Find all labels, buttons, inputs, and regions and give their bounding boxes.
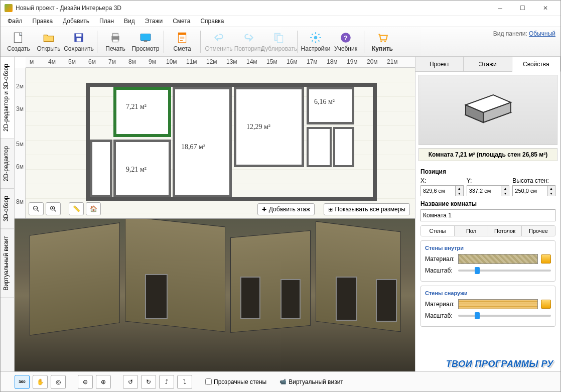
subtab-other[interactable]: Прочее: [522, 226, 555, 236]
subtab-walls[interactable]: Стены: [421, 226, 455, 236]
toolbar: Создать Открыть Сохранить Печать Просмот…: [1, 27, 560, 57]
menu-edit[interactable]: Правка: [29, 17, 57, 26]
estimate-button[interactable]: Смета: [167, 28, 197, 55]
rot-left-button[interactable]: ↺: [123, 375, 138, 389]
measure-button[interactable]: 📏: [69, 202, 84, 215]
duplicate-button[interactable]: Дублировать: [264, 28, 294, 55]
right-panel: Проект Этажи Свойства Комната 7,21 м² (п…: [415, 57, 560, 371]
svg-rect-6: [113, 39, 118, 42]
inside-scale-slider[interactable]: [458, 270, 551, 272]
tab-project[interactable]: Проект: [415, 57, 464, 71]
menu-view[interactable]: Вид: [120, 17, 139, 26]
preview-button[interactable]: Просмотр: [130, 28, 161, 55]
room-preview: [418, 75, 557, 145]
room-label: 12,29 м²: [246, 123, 270, 131]
home-button[interactable]: 🏠: [86, 202, 101, 215]
window-title: Новый проект - Дизайн Интерьера 3D: [16, 5, 489, 12]
walls-outside-label: Стены снаружи: [425, 290, 551, 296]
buy-button[interactable]: Купить: [367, 28, 397, 55]
orbit-button[interactable]: 360: [15, 375, 30, 389]
transparent-walls-check[interactable]: Прозрачные стены: [205, 378, 266, 385]
tutorial-button[interactable]: ?Учебник: [331, 28, 361, 55]
panel-mode-link[interactable]: Обычный: [529, 30, 555, 37]
left-tabs: 2D-редактор и 3D-обзор 2D-редактор 3D-об…: [1, 57, 15, 371]
target-button[interactable]: ◎: [51, 375, 66, 389]
x-input[interactable]: ▲▼: [420, 185, 464, 196]
room-name-label: Название комнаты: [420, 200, 555, 207]
settings-button[interactable]: Настройки: [301, 28, 331, 55]
menu-file[interactable]: Файл: [4, 17, 27, 26]
3d-view[interactable]: [15, 218, 415, 371]
menu-add[interactable]: Добавить: [59, 17, 93, 26]
close-button[interactable]: ✕: [534, 1, 556, 15]
subtab-floor[interactable]: Пол: [455, 226, 488, 236]
zoom-out-3d[interactable]: ⊖: [78, 375, 93, 389]
svg-rect-2: [76, 34, 82, 36]
svg-rect-8: [144, 40, 148, 42]
svg-point-16: [384, 41, 386, 42]
ruler-horizontal: м4м5м6м7м8м9м10м11м12м13м14м15м16м17м18м…: [26, 57, 415, 68]
floor-plan[interactable]: 7,21 м² 6,16 м² 12,29 м² 18,67 м² 9,21 м…: [26, 68, 415, 218]
menu-plan[interactable]: План: [95, 17, 118, 26]
walls-inside-label: Стены внутри: [425, 245, 551, 251]
outside-scale-slider[interactable]: [458, 315, 551, 317]
rot-up-button[interactable]: ⤴: [159, 375, 174, 389]
watermark: ТВОИ ПРОГРАММЫ РУ: [446, 359, 553, 369]
room-label: 18,67 м²: [181, 143, 205, 151]
room-label: 7,21 м²: [126, 103, 147, 111]
inside-material-swatch[interactable]: [458, 254, 538, 264]
undo-button[interactable]: Отменить: [204, 28, 234, 55]
svg-text:?: ?: [344, 34, 348, 42]
show-dims-button[interactable]: ⊞ Показывать все размеры: [324, 203, 410, 215]
tab-2d[interactable]: 2D-редактор: [1, 139, 14, 189]
tab-floors[interactable]: Этажи: [464, 57, 512, 71]
subtab-ceiling[interactable]: Потолок: [488, 226, 522, 236]
room-label: 9,21 м²: [126, 166, 147, 174]
rot-down-button[interactable]: ⤵: [177, 375, 192, 389]
position-label: Позиция: [420, 168, 555, 175]
svg-point-15: [380, 41, 382, 42]
print-button[interactable]: Печать: [100, 28, 130, 55]
pan-button[interactable]: ✋: [33, 375, 48, 389]
redo-button[interactable]: Повторить: [234, 28, 264, 55]
outside-material-browse[interactable]: [541, 300, 551, 309]
save-button[interactable]: Сохранить: [64, 28, 94, 55]
room-info: Комната 7,21 м² (площадь стен 26,85 м²): [418, 148, 557, 161]
plan-zoom-tools: 📏 🏠: [29, 202, 101, 215]
tab-properties[interactable]: Свойства: [512, 57, 560, 72]
y-input[interactable]: ▲▼: [467, 185, 510, 196]
svg-rect-7: [141, 34, 151, 40]
maximize-button[interactable]: ☐: [511, 1, 534, 15]
inside-material-browse[interactable]: [541, 254, 551, 264]
tab-3d[interactable]: 3D-обзор: [1, 189, 14, 229]
center-area: м4м5м6м7м8м9м10м11м12м13м14м15м16м17м18м…: [15, 57, 415, 371]
svg-point-12: [314, 36, 318, 40]
add-floor-button[interactable]: ✚ Добавить этаж: [257, 203, 315, 215]
outside-material-swatch[interactable]: [458, 299, 538, 309]
zoom-in-3d[interactable]: ⊕: [96, 375, 111, 389]
rot-right-button[interactable]: ↻: [141, 375, 156, 389]
room-label: 6,16 м²: [314, 98, 335, 106]
zoom-in-button[interactable]: [46, 202, 61, 215]
menu-estimate[interactable]: Смета: [169, 17, 194, 26]
tab-2d-3d[interactable]: 2D-редактор и 3D-обзор: [1, 57, 14, 139]
minimize-button[interactable]: ─: [489, 1, 511, 15]
title-bar: Новый проект - Дизайн Интерьера 3D ─ ☐ ✕: [1, 1, 560, 16]
bottom-bar: 360 ✋ ◎ ⊖ ⊕ ↺ ↻ ⤴ ⤵ Прозрачные стены 📹 В…: [1, 371, 560, 391]
zoom-out-button[interactable]: [29, 202, 44, 215]
virtual-visit-check[interactable]: 📹 Виртуальный визит: [279, 378, 343, 385]
menu-floors[interactable]: Этажи: [141, 17, 167, 26]
tab-virtual[interactable]: Виртуальный визит: [1, 229, 14, 298]
create-button[interactable]: Создать: [4, 28, 34, 55]
svg-rect-3: [77, 38, 81, 42]
menu-bar: Файл Правка Добавить План Вид Этажи Смет…: [1, 16, 560, 27]
svg-rect-11: [277, 36, 283, 43]
panel-mode-label: Вид панели: Обычный: [493, 30, 555, 37]
open-button[interactable]: Открыть: [34, 28, 64, 55]
menu-help[interactable]: Справка: [196, 17, 228, 26]
room-name-input[interactable]: [420, 209, 555, 221]
svg-rect-5: [113, 33, 118, 37]
room-selected[interactable]: [113, 87, 171, 137]
app-icon: [5, 4, 13, 12]
wall-height-input[interactable]: ▲▼: [512, 185, 555, 196]
